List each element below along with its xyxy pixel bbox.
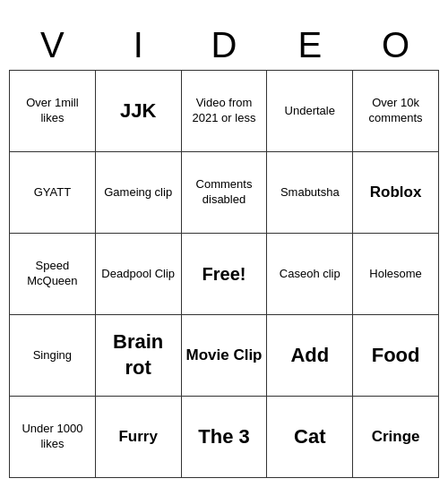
bingo-cell: Cat bbox=[267, 397, 353, 478]
bingo-cell: Under 1000 likes bbox=[10, 397, 96, 478]
bingo-cell: Over 10k comments bbox=[353, 71, 439, 152]
table-row: GYATTGameing clipComments disabledSmabut… bbox=[10, 152, 439, 234]
bingo-cell: JJK bbox=[95, 71, 181, 152]
bingo-header-letter: E bbox=[267, 21, 353, 71]
table-row: SingingBrain rotMovie ClipAddFood bbox=[10, 315, 439, 397]
bingo-title bbox=[9, 9, 439, 21]
table-row: Under 1000 likesFurryThe 3CatCringe bbox=[10, 397, 439, 478]
bingo-header-letter: I bbox=[95, 21, 181, 71]
bingo-cell: Gameing clip bbox=[95, 152, 181, 234]
bingo-cell: Furry bbox=[95, 397, 181, 478]
bingo-header-letter: O bbox=[353, 21, 439, 71]
bingo-cell: Over 1mill likes bbox=[10, 71, 96, 152]
bingo-cell: Roblox bbox=[353, 152, 439, 234]
bingo-cell: GYATT bbox=[10, 152, 96, 234]
table-row: Speed McQueenDeadpool ClipFree!Caseoh cl… bbox=[10, 234, 439, 315]
bingo-cell: The 3 bbox=[181, 397, 267, 478]
bingo-cell: Video from 2021 or less bbox=[181, 71, 267, 152]
bingo-cell: Comments disabled bbox=[181, 152, 267, 234]
bingo-cell: Free! bbox=[181, 234, 267, 315]
bingo-cell: Speed McQueen bbox=[10, 234, 96, 315]
bingo-cell: Holesome bbox=[353, 234, 439, 315]
bingo-cell: Deadpool Clip bbox=[95, 234, 181, 315]
bingo-cell: Caseoh clip bbox=[267, 234, 353, 315]
bingo-cell: Brain rot bbox=[95, 315, 181, 397]
bingo-cell: Food bbox=[353, 315, 439, 397]
bingo-header-letter: V bbox=[10, 21, 96, 71]
table-row: Over 1mill likesJJKVideo from 2021 or le… bbox=[10, 71, 439, 152]
bingo-cell: Smabutsha bbox=[267, 152, 353, 234]
bingo-cell: Undertale bbox=[267, 71, 353, 152]
bingo-cell: Cringe bbox=[353, 397, 439, 478]
bingo-cell: Movie Clip bbox=[181, 315, 267, 397]
bingo-header-letter: D bbox=[181, 21, 267, 71]
bingo-cell: Add bbox=[267, 315, 353, 397]
bingo-cell: Singing bbox=[10, 315, 96, 397]
bingo-grid: VIDEO Over 1mill likesJJKVideo from 2021… bbox=[9, 21, 439, 478]
